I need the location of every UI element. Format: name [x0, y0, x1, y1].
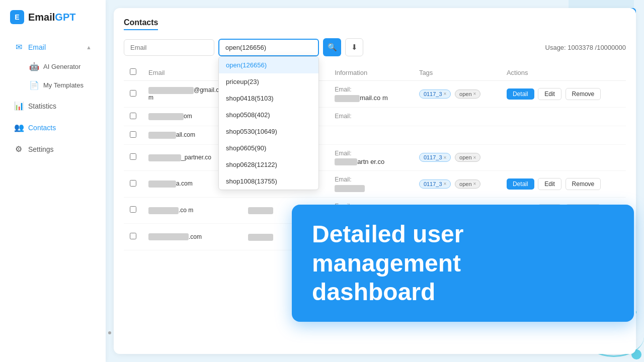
search-button[interactable]: 🔍	[323, 38, 341, 56]
row-checkbox[interactable]	[130, 180, 136, 187]
sidebar-submenu-email: 🤖 AI Generator 📄 My Templates	[0, 58, 106, 94]
table-row: @gmail.com Email: mail.co m 0117_3 × o	[124, 81, 626, 108]
sidebar-item-settings[interactable]: ⚙ Settings	[4, 139, 102, 159]
overlay-banner: Detailed user managementdashboard	[292, 205, 634, 322]
row-checkbox-cell	[124, 107, 142, 126]
toolbar: open(126656) priceup(23) shop0418(5103) …	[124, 38, 626, 56]
tag-badge-open: open ×	[455, 89, 480, 99]
email-blurred	[148, 233, 189, 240]
tag-badge: 0117_3 ×	[419, 153, 451, 162]
main-content: Add Customer + Bulk Operations ▾ Contact…	[106, 0, 644, 362]
edit-button[interactable]: Edit	[538, 178, 561, 190]
contacts-label: Contacts	[28, 124, 56, 132]
dropdown-item-shop0628[interactable]: shop0628(12122)	[219, 156, 318, 173]
dropdown-item-shop0418[interactable]: shop0418(5103)	[219, 90, 318, 107]
filter-dropdown-input[interactable]	[218, 39, 319, 56]
row-checkbox[interactable]	[130, 131, 136, 138]
logo-text: EmailGPT	[28, 12, 75, 23]
dropdown-item-shop0605[interactable]: shop0605(90)	[219, 140, 318, 156]
info-label: Email:	[335, 86, 407, 93]
table-row: a.com Email: 0117_3 × open ×	[124, 171, 626, 198]
dropdown-item-shop1008[interactable]: shop1008(13755)	[219, 173, 318, 190]
row-checkbox-cell	[124, 81, 142, 108]
col-tags: Tags	[413, 64, 501, 81]
row-checkbox[interactable]	[130, 90, 136, 97]
row-actions-cell: Detail Edit Remove	[501, 81, 626, 108]
row-actions-cell	[501, 126, 626, 144]
fname-blurred	[248, 207, 273, 214]
email-blurred	[148, 154, 181, 161]
chevron-up-icon: ▲	[86, 44, 92, 50]
tag-badge-open: open ×	[455, 153, 480, 162]
row-email-cell: .co m	[142, 197, 242, 224]
ai-generator-label: AI Generator	[43, 63, 80, 70]
email-filter-input[interactable]	[124, 39, 214, 56]
row-checkbox-cell	[124, 126, 142, 144]
row-tags-cell	[413, 107, 501, 126]
sidebar-item-ai-generator[interactable]: 🤖 AI Generator	[23, 58, 102, 75]
tag-badge-open: open ×	[455, 179, 480, 189]
download-icon: ⬇	[351, 43, 358, 52]
sidebar-section-email: ✉ Email ▲ 🤖 AI Generator 📄 My Templates	[0, 36, 106, 95]
email-blurred	[148, 207, 179, 214]
col-checkbox	[124, 64, 142, 81]
app-container: E EmailGPT ✉ Email ▲ 🤖 AI Generator 📄 My…	[0, 0, 644, 362]
row-fname-cell	[242, 197, 293, 224]
statistics-icon: 📊	[14, 101, 23, 111]
logo-icon: E	[10, 10, 24, 24]
sidebar-item-contacts[interactable]: 👥 Contacts	[4, 118, 102, 137]
dropdown-item-shop0508[interactable]: shop0508(402)	[219, 107, 318, 123]
email-blurred	[148, 87, 194, 94]
info-blurred	[335, 158, 357, 165]
remove-button[interactable]: Remove	[566, 178, 601, 190]
search-icon: 🔍	[328, 43, 337, 52]
sidebar-item-statistics[interactable]: 📊 Statistics	[4, 96, 102, 116]
fname-blurred	[248, 234, 273, 241]
usage-text: Usage: 1003378 /10000000	[545, 44, 626, 51]
my-templates-label: My Templates	[43, 81, 84, 89]
row-checkbox[interactable]	[130, 206, 136, 213]
row-email-cell: .com	[142, 224, 242, 250]
row-checkbox-cell	[124, 171, 142, 198]
info-label: Email:	[335, 150, 407, 157]
panel-title: Contacts	[124, 18, 158, 30]
table-row: all.com	[124, 126, 626, 144]
info-blurred	[335, 95, 360, 102]
sidebar-item-my-templates[interactable]: 📄 My Templates	[23, 76, 102, 94]
info-label: Email:	[335, 176, 407, 183]
detail-button[interactable]: Detail	[507, 88, 534, 100]
app-logo: E EmailGPT	[0, 10, 106, 36]
row-tags-cell: 0117_3 × open ×	[413, 144, 501, 171]
row-info-cell: Email:	[329, 171, 413, 198]
table-row: _partner.co Email: artn er.co 0117_3 ×	[124, 144, 626, 171]
table-header: Email First Name Phone Information Tags …	[124, 64, 626, 81]
email-blurred	[148, 180, 176, 188]
remove-button[interactable]: Remove	[566, 88, 601, 100]
detail-button[interactable]: Detail	[507, 178, 534, 190]
sidebar-item-email[interactable]: ✉ Email ▲	[4, 37, 102, 57]
row-tags-cell	[413, 126, 501, 144]
row-checkbox[interactable]	[130, 153, 136, 160]
row-checkbox-cell	[124, 197, 142, 224]
filter-dropdown-wrapper: open(126656) priceup(23) shop0418(5103) …	[218, 39, 319, 56]
tag-badge: 0117_3 ×	[419, 89, 451, 99]
email-blurred	[148, 132, 176, 139]
row-info-cell: Email: artn er.co	[329, 144, 413, 171]
row-checkbox[interactable]	[130, 113, 136, 119]
dropdown-item-open[interactable]: open(126656)	[219, 57, 318, 73]
select-all-checkbox[interactable]	[130, 68, 136, 75]
info-blurred	[335, 185, 365, 192]
filter-dropdown-menu: open(126656) priceup(23) shop0418(5103) …	[218, 56, 319, 190]
edit-button[interactable]: Edit	[538, 88, 561, 100]
dropdown-item-priceup[interactable]: priceup(23)	[219, 73, 318, 90]
tag-badge: 0117_3 ×	[419, 179, 451, 189]
email-blurred	[148, 113, 184, 120]
settings-icon: ⚙	[14, 144, 23, 154]
row-checkbox-cell	[124, 144, 142, 171]
dropdown-item-shop0530[interactable]: shop0530(10649)	[219, 123, 318, 140]
download-button[interactable]: ⬇	[345, 38, 363, 56]
sidebar-email-label: Email	[28, 43, 46, 51]
col-information: Information	[329, 64, 413, 81]
overlay-banner-text: Detailed user managementdashboard	[312, 220, 614, 307]
row-checkbox[interactable]	[130, 233, 136, 239]
